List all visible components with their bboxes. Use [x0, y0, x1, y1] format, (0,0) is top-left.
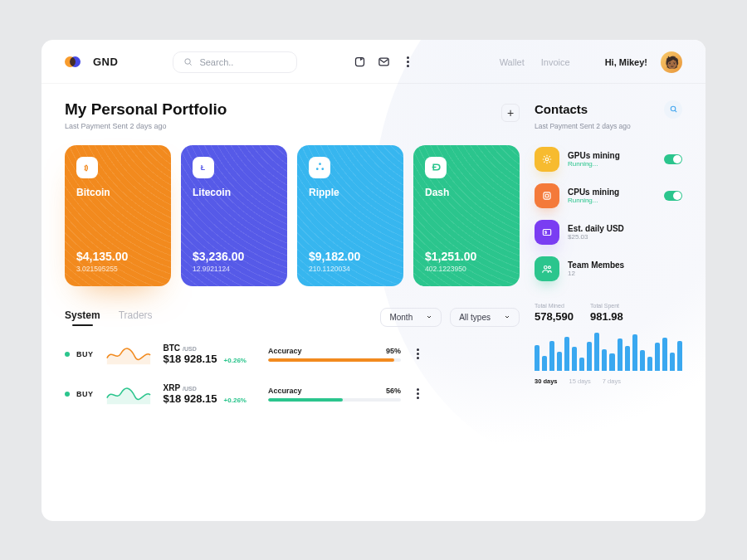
svg-line-1	[190, 64, 192, 66]
avatar[interactable]: 🧑🏾	[661, 51, 682, 73]
type-value: All types	[459, 313, 491, 322]
nav-wallet[interactable]: Wallet	[500, 57, 525, 67]
add-button[interactable]: +	[501, 104, 520, 122]
contact-row[interactable]: $ Est. daily USD $25.03	[535, 220, 682, 245]
svg-point-10	[671, 106, 676, 111]
contacts-title: Contacts	[535, 102, 588, 116]
accuracy-meter: Accuracy56%	[268, 387, 401, 402]
search-placeholder: Search..	[199, 57, 233, 67]
coin-name: Bitcoin	[76, 187, 159, 198]
search-input[interactable]: Search..	[173, 51, 297, 73]
action-badge: BUY	[65, 390, 94, 398]
coin-icon	[309, 157, 330, 178]
svg-point-0	[185, 59, 190, 64]
contact-title: GPUs mining	[568, 151, 620, 160]
coin-icon: Ł	[193, 157, 214, 178]
stat: Total Mined 578,590	[535, 303, 574, 323]
trade-row: BUY XRP/USD $18 928.15 +0.26% Accuracy56…	[65, 383, 520, 405]
period-select[interactable]: Month	[380, 308, 442, 327]
sparkline-icon	[105, 383, 152, 405]
toggle-switch[interactable]	[664, 154, 682, 164]
contact-row[interactable]: GPUs mining Running...	[535, 147, 682, 172]
stat: Total Spent 981.98	[590, 303, 623, 323]
coin-value: $9,182.00	[309, 250, 392, 263]
row-menu-icon[interactable]	[413, 348, 424, 359]
accuracy-meter: Accuracy95%	[268, 347, 401, 362]
action-badge: BUY	[65, 350, 94, 358]
pair-change: +0.26%	[224, 357, 247, 364]
page-subtitle: Last Payment Sent 2 days ago	[65, 122, 227, 130]
main-content: My Personal Portfolio Last Payment Sent …	[65, 100, 520, 520]
tab-traders[interactable]: Traders	[119, 309, 153, 324]
contact-sub: $25.03	[568, 233, 624, 241]
coin-value: $1,251.00	[425, 250, 508, 263]
contact-row[interactable]: Team Membes 12	[535, 256, 682, 281]
svg-point-17	[544, 265, 548, 269]
contact-title: CPUs mining	[568, 187, 619, 197]
contact-sub: Running...	[568, 197, 619, 204]
type-select[interactable]: All types	[450, 308, 520, 327]
sidebar: Contacts Last Payment Sent 2 days ago GP…	[535, 100, 682, 520]
contact-icon	[535, 183, 559, 208]
contacts-search-button[interactable]	[664, 100, 682, 119]
asset-card-ripple[interactable]: Ripple $9,182.00 210.1120034	[297, 145, 403, 286]
search-icon	[183, 57, 193, 66]
asset-card-dash[interactable]: Dash $1,251.00 402.1223950	[413, 145, 520, 286]
svg-text:$: $	[544, 230, 547, 235]
svg-point-18	[548, 265, 550, 268]
toggle-switch[interactable]	[664, 191, 682, 201]
contact-row[interactable]: CPUs mining Running...	[535, 183, 682, 208]
chevron-down-icon	[426, 314, 432, 320]
pair-change: +0.26%	[224, 397, 247, 404]
header: GND Search.. Wallet Invoice Hi, Mikey! 🧑…	[42, 40, 706, 84]
svg-line-11	[675, 110, 676, 112]
more-icon[interactable]	[402, 56, 414, 68]
asset-card-litecoin[interactable]: Ł Litecoin $3,236.00 12.9921124	[181, 145, 287, 286]
bar	[542, 356, 547, 371]
svg-rect-14	[545, 194, 549, 197]
row-menu-icon[interactable]	[413, 388, 424, 399]
coin-quantity: 12.9921124	[193, 265, 276, 273]
range-option[interactable]: 30 days	[535, 377, 558, 385]
svg-text:₿: ₿	[84, 163, 88, 172]
inbox-icon[interactable]	[378, 56, 390, 68]
trade-row: BUY BTC/USD $18 928.15 +0.26% Accuracy95…	[65, 343, 520, 365]
stat-value: 578,590	[535, 310, 574, 323]
nav-invoice[interactable]: Invoice	[541, 57, 570, 67]
svg-text:Ł: Ł	[200, 163, 205, 172]
svg-point-7	[315, 168, 318, 170]
bar	[535, 345, 540, 371]
pair-price: $18 928.15	[164, 353, 217, 365]
bar	[670, 353, 675, 370]
asset-cards: ₿ Bitcoin $4,135.00 3.021595255 Ł Liteco…	[65, 145, 520, 286]
asset-card-bitcoin[interactable]: ₿ Bitcoin $4,135.00 3.021595255	[65, 145, 171, 286]
app-window: GND Search.. Wallet Invoice Hi, Mikey! 🧑…	[42, 40, 706, 521]
coin-icon: ₿	[76, 157, 98, 178]
contact-icon	[535, 147, 559, 172]
bar	[602, 349, 607, 371]
range-option[interactable]: 15 days	[569, 377, 591, 385]
note-icon[interactable]	[354, 56, 366, 68]
bar	[632, 334, 637, 370]
bar	[618, 338, 622, 370]
tabs: System Traders	[65, 309, 153, 324]
chevron-down-icon	[504, 314, 510, 320]
svg-point-6	[319, 163, 321, 165]
bar	[587, 342, 592, 371]
svg-point-8	[321, 168, 324, 170]
search-icon	[669, 105, 678, 114]
stat-label: Total Mined	[535, 303, 574, 309]
bar	[609, 353, 614, 370]
range-option[interactable]: 7 days	[603, 377, 621, 385]
pair-price: $18 928.15	[164, 392, 217, 405]
tab-system[interactable]: System	[65, 309, 100, 324]
bar	[564, 337, 569, 371]
svg-rect-2	[356, 58, 364, 66]
stat-value: 981.98	[590, 310, 623, 323]
greeting: Hi, Mikey!	[605, 57, 647, 67]
coin-quantity: 3.021595255	[76, 265, 159, 273]
svg-point-12	[545, 158, 549, 161]
coin-name: Dash	[425, 187, 508, 198]
trade-rows: BUY BTC/USD $18 928.15 +0.26% Accuracy95…	[65, 343, 520, 405]
bar	[640, 350, 645, 371]
